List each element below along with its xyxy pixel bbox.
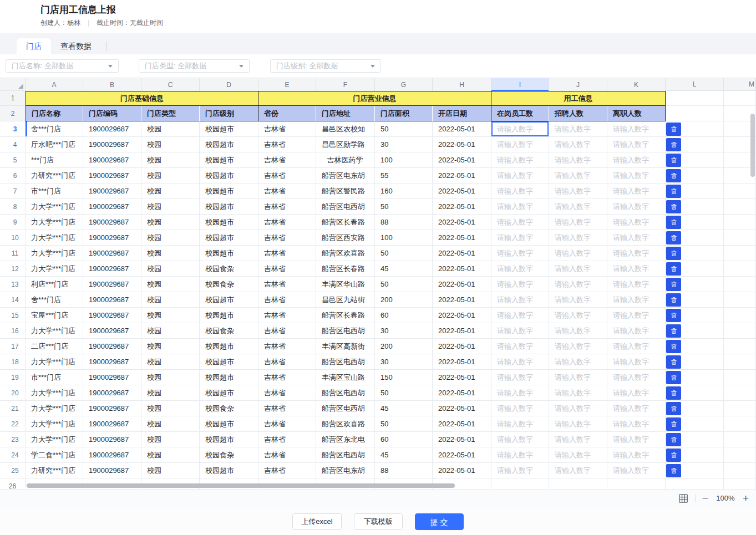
cell-store-type[interactable]: 校园 bbox=[141, 401, 200, 416]
cell-store-type[interactable]: 校园 bbox=[141, 152, 200, 168]
zoom-out-icon[interactable]: − bbox=[702, 493, 708, 503]
cell-province[interactable]: 吉林省 bbox=[258, 339, 316, 354]
row-number[interactable]: 2 bbox=[0, 106, 26, 121]
column-header[interactable]: 门店编码 bbox=[83, 106, 141, 121]
cell-store-code[interactable]: 1900029687 bbox=[83, 292, 141, 308]
cell-store-code[interactable]: 1900029687 bbox=[83, 199, 141, 215]
cell-leaving-count-input[interactable]: 请输入数字 bbox=[607, 385, 666, 401]
row-number[interactable]: 3 bbox=[0, 121, 26, 137]
cell-area[interactable]: 100 bbox=[375, 230, 433, 246]
cell-address[interactable]: 昌邑区农校知 bbox=[316, 121, 375, 137]
delete-row-button[interactable] bbox=[666, 138, 681, 151]
cell-store-type[interactable]: 校园 bbox=[141, 215, 200, 230]
cell-province[interactable]: 吉林省 bbox=[258, 463, 316, 478]
cell-address[interactable]: 船营区电西胡 bbox=[316, 354, 375, 370]
upload-excel-button[interactable]: 上传excel bbox=[292, 513, 341, 530]
cell-store-code[interactable]: 1900029687 bbox=[83, 308, 141, 323]
row-number[interactable]: 14 bbox=[0, 292, 26, 308]
cell-staff-count-input[interactable]: 请输入数字 bbox=[491, 292, 549, 308]
cell-store-name[interactable]: 利店***门店 bbox=[26, 277, 83, 292]
cell-province[interactable]: 吉林省 bbox=[258, 152, 316, 168]
delete-row-button[interactable] bbox=[666, 464, 681, 477]
column-header[interactable]: 门店类型 bbox=[141, 106, 200, 121]
delete-row-button[interactable] bbox=[666, 247, 681, 260]
cell-store-level[interactable]: 校园超市 bbox=[200, 121, 258, 137]
cell-area[interactable]: 55 bbox=[375, 168, 433, 184]
cell-open-date[interactable]: 2022-05-01 bbox=[433, 308, 491, 323]
cell-hiring-count-input[interactable]: 请输入数字 bbox=[549, 339, 607, 354]
empty-cell[interactable] bbox=[724, 308, 756, 323]
column-header[interactable]: 省份 bbox=[258, 106, 316, 121]
column-header[interactable]: 开店日期 bbox=[433, 106, 491, 121]
cell-hiring-count-input[interactable]: 请输入数字 bbox=[549, 370, 607, 385]
empty-cell[interactable] bbox=[724, 416, 756, 432]
cell-store-type[interactable]: 校园 bbox=[141, 199, 200, 215]
cell-store-name[interactable]: 力大学***门店 bbox=[26, 261, 83, 277]
cell-area[interactable]: 45 bbox=[375, 447, 433, 463]
column-header[interactable]: 门店级别 bbox=[200, 106, 258, 121]
cell-area[interactable]: 50 bbox=[375, 199, 433, 215]
cell-staff-count-input[interactable]: 请输入数字 bbox=[491, 261, 549, 277]
cell-store-level[interactable]: 校园食杂 bbox=[200, 261, 258, 277]
cell-store-type[interactable]: 校园 bbox=[141, 292, 200, 308]
row-number[interactable]: 15 bbox=[0, 308, 26, 323]
cell-province[interactable]: 吉林省 bbox=[258, 277, 316, 292]
empty-cell[interactable] bbox=[724, 199, 756, 215]
column-letter-H[interactable]: H bbox=[433, 78, 491, 91]
column-letter-A[interactable]: A bbox=[26, 78, 83, 91]
cell-leaving-count-input[interactable]: 请输入数字 bbox=[607, 261, 666, 277]
delete-row-button[interactable] bbox=[666, 402, 681, 415]
row-number[interactable]: 6 bbox=[0, 168, 26, 184]
cell-address[interactable]: 船营区电西胡 bbox=[316, 199, 375, 215]
cell-store-type[interactable]: 校园 bbox=[141, 385, 200, 401]
grid-view-icon[interactable] bbox=[678, 493, 688, 503]
cell-store-level[interactable]: 校园食杂 bbox=[200, 277, 258, 292]
cell-store-level[interactable]: 校园超市 bbox=[200, 339, 258, 354]
cell-open-date[interactable]: 2022-05-01 bbox=[433, 463, 491, 478]
cell-store-name[interactable]: 市***门店 bbox=[26, 370, 83, 385]
cell-store-code[interactable]: 1900029687 bbox=[83, 323, 141, 339]
row-number[interactable]: 25 bbox=[0, 463, 26, 478]
cell-province[interactable]: 吉林省 bbox=[258, 385, 316, 401]
cell-area[interactable]: 45 bbox=[375, 401, 433, 416]
horizontal-scrollbar[interactable] bbox=[27, 483, 455, 488]
cell-store-name[interactable]: 力大学***门店 bbox=[26, 323, 83, 339]
cell-open-date[interactable]: 2022-05-01 bbox=[433, 199, 491, 215]
cell-area[interactable]: 50 bbox=[375, 121, 433, 137]
cell-store-type[interactable]: 校园 bbox=[141, 137, 200, 152]
cell-hiring-count-input[interactable]: 请输入数字 bbox=[549, 416, 607, 432]
cell-hiring-count-input[interactable]: 请输入数字 bbox=[549, 354, 607, 370]
cell-staff-count-input[interactable]: 请输入数字 bbox=[491, 339, 549, 354]
cell-area[interactable]: 50 bbox=[375, 246, 433, 261]
cell-store-level[interactable]: 校园超市 bbox=[200, 152, 258, 168]
cell-store-name[interactable]: 力大学***门店 bbox=[26, 432, 83, 447]
cell-hiring-count-input[interactable]: 请输入数字 bbox=[549, 323, 607, 339]
cell-staff-count-input[interactable]: 请输入数字 bbox=[491, 447, 549, 463]
cell-hiring-count-input[interactable]: 请输入数字 bbox=[549, 230, 607, 246]
column-header[interactable]: 门店地址 bbox=[316, 106, 375, 121]
cell-staff-count-input[interactable]: 请输入数字 bbox=[491, 277, 549, 292]
cell-store-level[interactable]: 校园超市 bbox=[200, 463, 258, 478]
cell-province[interactable]: 吉林省 bbox=[258, 308, 316, 323]
cell-store-type[interactable]: 校园 bbox=[141, 323, 200, 339]
column-header[interactable]: 在岗员工数 bbox=[491, 106, 549, 121]
cell-store-type[interactable]: 校园 bbox=[141, 261, 200, 277]
group-header-2[interactable]: 用工信息 bbox=[491, 91, 666, 106]
cell-leaving-count-input[interactable]: 请输入数字 bbox=[607, 152, 666, 168]
cell-staff-count-input[interactable]: 请输入数字 bbox=[491, 137, 549, 152]
cell-province[interactable]: 吉林省 bbox=[258, 215, 316, 230]
cell-area[interactable]: 100 bbox=[375, 152, 433, 168]
delete-row-button[interactable] bbox=[666, 324, 681, 338]
cell-address[interactable]: 丰满区高新街 bbox=[316, 339, 375, 354]
cell-hiring-count-input[interactable]: 请输入数字 bbox=[549, 292, 607, 308]
cell-area[interactable]: 60 bbox=[375, 432, 433, 447]
cell-store-code[interactable]: 1900029687 bbox=[83, 370, 141, 385]
cell-store-name[interactable]: 学二食***门店 bbox=[26, 447, 83, 463]
empty-cell[interactable] bbox=[549, 478, 607, 490]
row-number[interactable]: 9 bbox=[0, 215, 26, 230]
cell-leaving-count-input[interactable]: 请输入数字 bbox=[607, 168, 666, 184]
cell-province[interactable]: 吉林省 bbox=[258, 199, 316, 215]
delete-row-button[interactable] bbox=[666, 278, 681, 291]
cell-store-name[interactable]: 力大学***门店 bbox=[26, 230, 83, 246]
row-number[interactable]: 20 bbox=[0, 385, 26, 401]
